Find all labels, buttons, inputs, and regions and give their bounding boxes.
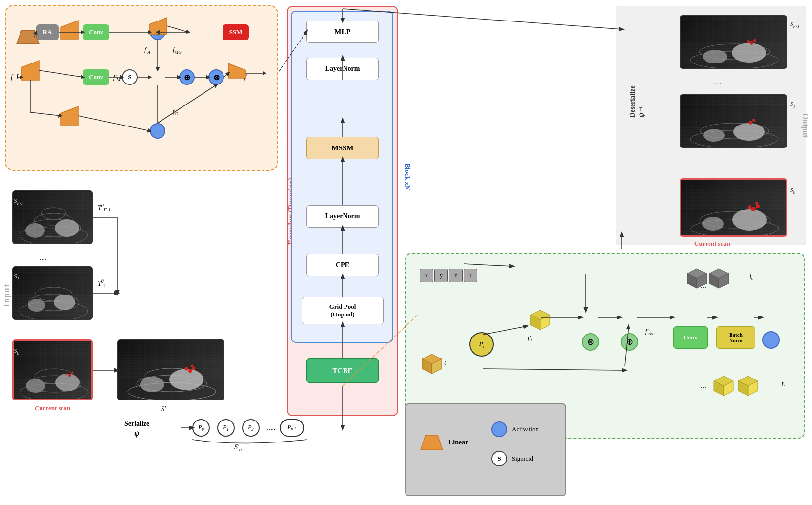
svg-point-56 <box>703 50 727 63</box>
svg-point-57 <box>750 41 753 45</box>
svg-marker-1 <box>61 21 78 39</box>
legend-block: Linear Activation S Sigmoid <box>405 403 566 496</box>
svg-point-42 <box>71 372 74 374</box>
svg-line-11 <box>167 26 188 32</box>
dots-output: ... <box>714 75 722 87</box>
output-activation-tcbe <box>762 331 780 349</box>
svg-point-59 <box>747 40 750 43</box>
dots-input: ... <box>39 251 47 263</box>
svg-line-23 <box>158 85 216 123</box>
svg-marker-4 <box>61 106 78 125</box>
i-box: i <box>464 269 477 282</box>
svg-point-58 <box>753 39 756 42</box>
svg-point-70 <box>751 207 756 211</box>
output-label: Output <box>801 113 810 138</box>
legend-sigmoid: S Sigmoid <box>491 451 533 466</box>
deserialize-label: Deserialize ψ⁻¹ <box>629 86 646 118</box>
svg-point-65 <box>752 119 755 122</box>
gridpool-box: Grid Pool (Unpool) <box>302 297 384 324</box>
svg-line-20 <box>78 116 150 131</box>
blue-circle-bottom <box>150 123 165 139</box>
activation-label: Activation <box>512 425 539 433</box>
svg-point-63 <box>703 129 725 142</box>
svg-point-72 <box>748 205 751 209</box>
svg-point-30 <box>25 223 45 238</box>
svg-point-34 <box>54 295 75 310</box>
pn1-circle: Pn-1 <box>280 419 304 437</box>
svg-point-51 <box>185 367 188 371</box>
dots-ft: ... <box>701 381 707 390</box>
t-cube: t <box>420 352 444 380</box>
add-tcbe: ⊕ <box>621 333 638 351</box>
dots-points: ... <box>266 423 272 432</box>
linear-label: Linear <box>448 439 468 446</box>
mlp-box: MLP <box>306 21 379 43</box>
mgsm-block: RA Conv SSM Conv S ⊗ ⊕ ⊗ <box>5 5 278 171</box>
svg-marker-5 <box>228 63 246 78</box>
svg-point-52 <box>191 365 194 367</box>
x-box: x <box>420 269 433 282</box>
ra-box: RA <box>36 24 59 40</box>
batchnorm-tcbe: BatchNorm <box>716 326 755 349</box>
fs-cubes: fs <box>685 266 743 295</box>
svg-point-41 <box>68 374 71 377</box>
p2-circle: P2 <box>242 419 260 437</box>
psi-label: ψ <box>134 429 140 438</box>
xyzi-group: x y z i <box>420 269 477 282</box>
svg-point-40 <box>26 379 45 393</box>
z-box: z <box>449 269 463 282</box>
svg-point-64 <box>749 121 752 125</box>
output-scan-s0 <box>680 178 787 237</box>
conv-top-box: Conv <box>83 24 109 40</box>
svg-point-39 <box>55 374 80 391</box>
svg-line-7 <box>39 70 83 77</box>
fA-label: f'A <box>144 46 150 55</box>
sigmoid-label: Sigmoid <box>512 455 533 463</box>
main-diagram: RA Conv SSM Conv S ⊗ ⊕ ⊗ <box>0 0 812 505</box>
svg-marker-2 <box>21 61 39 80</box>
legend-linear: Linear <box>416 431 468 453</box>
ft-prime-cube: f't <box>528 308 552 337</box>
scan-s-prime-input <box>117 339 224 400</box>
cpe-box: CPE <box>306 254 379 276</box>
svg-line-18 <box>224 73 228 77</box>
p1-circle: P1 <box>217 419 235 437</box>
legend-activation: Activation <box>491 421 539 437</box>
input-section-label: Input <box>2 283 11 307</box>
s0-out-label: S0 <box>790 186 795 195</box>
mssm-box: MSSM <box>306 137 379 159</box>
svg-point-73 <box>755 202 758 205</box>
fG-label: fG <box>173 107 178 116</box>
pi-circle-tcbe: Pi <box>469 332 494 357</box>
output-section: Output Deserialize ψ⁻¹ SF-1 <box>616 6 806 245</box>
serialize-label: Serialize <box>124 420 149 428</box>
output-scan-s1 <box>680 94 787 148</box>
fOut-label: f' <box>244 73 247 81</box>
s0-label: S0 <box>14 347 19 356</box>
conv-tcbe: Conv <box>673 326 708 349</box>
fcou-label: f'cou <box>645 327 655 336</box>
svg-point-69 <box>702 217 724 231</box>
ft-cubes: ft <box>711 374 775 402</box>
tcbe-box: TCBE <box>306 358 379 383</box>
scan-s0 <box>12 339 93 400</box>
sigmoid-circle-legend: S <box>491 451 507 466</box>
svg-point-50 <box>192 367 195 370</box>
svg-point-55 <box>732 43 766 63</box>
layernorm-bot-box: LayerNorm <box>306 205 379 228</box>
dots-fs: ... <box>701 281 707 290</box>
y-box: y <box>434 269 448 282</box>
scan-s1 <box>12 266 93 320</box>
multiply-tcbe: ⊗ <box>582 333 599 351</box>
fMG-label: fMG <box>173 46 182 55</box>
s-prime-input-label: S' <box>161 405 166 413</box>
so-label: S'o <box>234 443 242 452</box>
multiply-right: ⊗ <box>208 69 224 85</box>
s1-out-label: S1 <box>790 100 795 109</box>
svg-point-48 <box>140 377 164 392</box>
conv-mid-box: Conv <box>83 69 109 85</box>
multiply-top: ⊗ <box>150 24 165 40</box>
current-scan-label-left: Current scan <box>12 404 93 412</box>
add-node: ⊕ <box>179 69 195 85</box>
output-scan-sf1 <box>680 15 787 69</box>
